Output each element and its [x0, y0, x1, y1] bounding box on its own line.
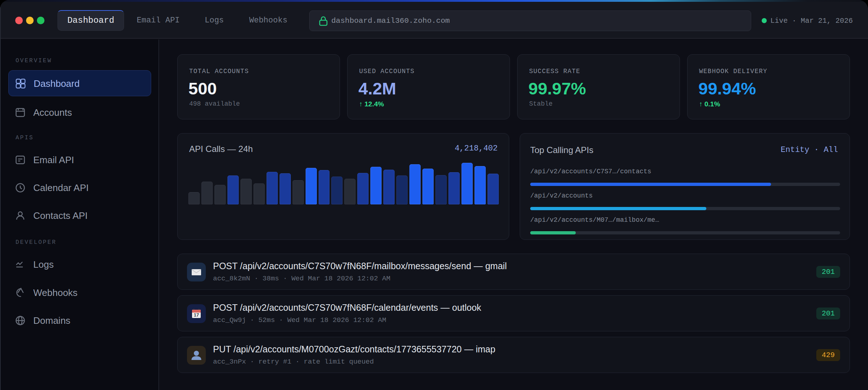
svg-text:17: 17: [194, 312, 199, 318]
